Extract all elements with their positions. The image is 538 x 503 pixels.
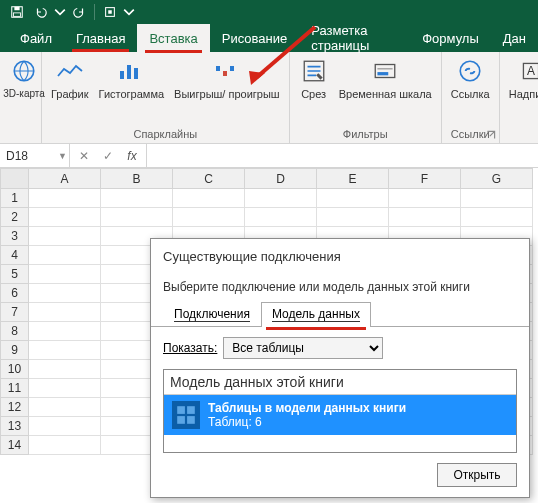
row-header[interactable]: 8 xyxy=(1,322,29,341)
cell[interactable] xyxy=(29,417,101,436)
cell[interactable] xyxy=(29,227,101,246)
3d-map-label: 3D-карта xyxy=(3,88,45,99)
list-item[interactable]: Таблицы в модели данных книги Таблиц: 6 xyxy=(164,395,516,435)
timeline-label: Временная шкала xyxy=(339,88,432,100)
col-header[interactable]: D xyxy=(245,169,317,189)
svg-rect-10 xyxy=(223,71,227,76)
cell[interactable] xyxy=(245,189,317,208)
cell[interactable] xyxy=(389,189,461,208)
cell[interactable] xyxy=(389,208,461,227)
tab-connections[interactable]: Подключения xyxy=(163,302,261,327)
cell[interactable] xyxy=(317,208,389,227)
sparkline-winloss-icon xyxy=(212,56,242,86)
row-header[interactable]: 1 xyxy=(1,189,29,208)
formula-input[interactable] xyxy=(147,144,538,167)
col-header[interactable]: B xyxy=(101,169,173,189)
cell[interactable] xyxy=(29,379,101,398)
row-header[interactable]: 12 xyxy=(1,398,29,417)
sparkline-winloss-button[interactable]: Выигрыш/ проигрыш xyxy=(169,54,285,126)
cell[interactable] xyxy=(29,265,101,284)
row-header[interactable]: 2 xyxy=(1,208,29,227)
name-box[interactable]: D18 ▼ xyxy=(0,144,70,167)
col-header[interactable]: A xyxy=(29,169,101,189)
fx-icon[interactable]: fx xyxy=(122,146,142,166)
col-header[interactable]: E xyxy=(317,169,389,189)
cell[interactable] xyxy=(173,189,245,208)
tab-home[interactable]: Главная xyxy=(64,24,137,52)
sparkline-winloss-label: Выигрыш/ проигрыш xyxy=(174,88,280,100)
cell[interactable] xyxy=(245,208,317,227)
tab-page-layout[interactable]: Разметка страницы xyxy=(299,24,410,52)
slicer-button[interactable]: Срез xyxy=(294,54,334,126)
svg-rect-9 xyxy=(216,66,220,71)
timeline-button[interactable]: Временная шкала xyxy=(334,54,437,126)
enter-formula-icon[interactable]: ✓ xyxy=(98,146,118,166)
col-header[interactable]: C xyxy=(173,169,245,189)
svg-rect-7 xyxy=(127,65,131,79)
tab-insert[interactable]: Вставка xyxy=(137,24,209,52)
textbox-label: Надпись xyxy=(509,88,538,100)
cell[interactable] xyxy=(317,189,389,208)
cell[interactable] xyxy=(29,189,101,208)
row-header[interactable]: 6 xyxy=(1,284,29,303)
col-header[interactable]: F xyxy=(389,169,461,189)
tab-draw[interactable]: Рисование xyxy=(210,24,299,52)
open-button[interactable]: Открыть xyxy=(437,463,517,487)
row-header[interactable]: 11 xyxy=(1,379,29,398)
col-header[interactable]: G xyxy=(461,169,533,189)
cell[interactable] xyxy=(173,208,245,227)
ribbon-group-sparklines: График Гистограмма Выигрыш/ проигрыш Спа… xyxy=(42,52,290,143)
row-header[interactable]: 9 xyxy=(1,341,29,360)
customize-qat-icon[interactable] xyxy=(123,2,135,22)
annotation-underline xyxy=(266,327,366,330)
row-header[interactable]: 3 xyxy=(1,227,29,246)
row-header[interactable]: 4 xyxy=(1,246,29,265)
show-select[interactable]: Все таблицы xyxy=(223,337,383,359)
cell[interactable] xyxy=(29,246,101,265)
cell[interactable] xyxy=(101,208,173,227)
timeline-icon xyxy=(370,56,400,86)
tab-formulas[interactable]: Формулы xyxy=(410,24,491,52)
row-header[interactable]: 5 xyxy=(1,265,29,284)
redo-icon[interactable] xyxy=(68,2,90,22)
ribbon-group-links: Ссылка Ссылки xyxy=(442,52,500,143)
row-header[interactable]: 14 xyxy=(1,436,29,455)
row-header[interactable]: 7 xyxy=(1,303,29,322)
cancel-formula-icon[interactable]: ✕ xyxy=(74,146,94,166)
cell[interactable] xyxy=(29,398,101,417)
undo-icon[interactable] xyxy=(30,2,52,22)
cell[interactable] xyxy=(29,284,101,303)
cell[interactable] xyxy=(29,208,101,227)
ribbon-group-tours: 3D-карта xyxy=(0,52,42,143)
touch-mode-icon[interactable] xyxy=(99,2,121,22)
sparkline-column-button[interactable]: Гистограмма xyxy=(94,54,170,126)
chevron-down-icon[interactable]: ▼ xyxy=(58,151,67,161)
cell[interactable] xyxy=(29,436,101,455)
cell[interactable] xyxy=(29,322,101,341)
save-icon[interactable] xyxy=(6,2,28,22)
row-header[interactable]: 13 xyxy=(1,417,29,436)
cell[interactable] xyxy=(29,360,101,379)
list-item-title: Таблицы в модели данных книги xyxy=(208,401,406,415)
sparkline-line-button[interactable]: График xyxy=(46,54,94,126)
undo-dropdown-icon[interactable] xyxy=(54,2,66,22)
tab-file[interactable]: Файл xyxy=(8,24,64,52)
cell[interactable] xyxy=(101,189,173,208)
textbox-button[interactable]: A Надпись xyxy=(504,54,538,126)
cell[interactable] xyxy=(29,303,101,322)
group-label: Фильтры xyxy=(294,126,437,143)
group-launcher-icon[interactable] xyxy=(485,129,497,141)
sparkline-column-icon xyxy=(116,56,146,86)
link-button[interactable]: Ссылка xyxy=(446,54,495,126)
show-label: Показать: xyxy=(163,341,217,355)
row-header[interactable]: 10 xyxy=(1,360,29,379)
cell[interactable] xyxy=(461,208,533,227)
3d-map-button[interactable]: 3D-карта xyxy=(4,54,44,138)
tab-home-label: Главная xyxy=(76,31,125,46)
cell[interactable] xyxy=(29,341,101,360)
select-all-corner[interactable] xyxy=(1,169,29,189)
tab-data-model[interactable]: Модель данных xyxy=(261,302,371,327)
tab-insert-label: Вставка xyxy=(149,31,197,46)
cell[interactable] xyxy=(461,189,533,208)
tab-data[interactable]: Дан xyxy=(491,24,538,52)
